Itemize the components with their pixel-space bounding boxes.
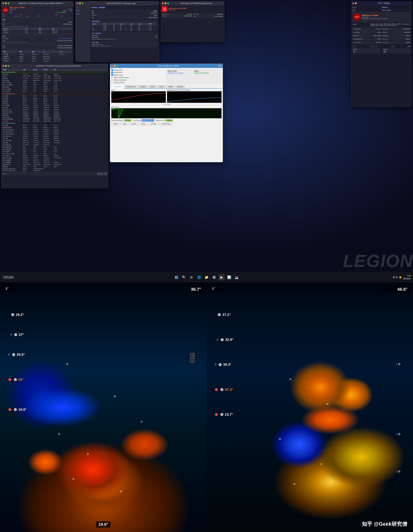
mid-crosshair-1: ⊕ <box>66 362 69 366</box>
sensor-row: L3 Cache814.9 MHz603.6 MHz1,200.0 MHz786… <box>2 120 108 122</box>
gpu-sensor-row: GPU SOC TOC 目标0.8%0.1%3.8%0.4% <box>2 153 108 155</box>
gpu-sensor-row: TGP 功耗6,624 W5,418 W18,725 W6,387 W <box>2 137 108 140</box>
mid-crosshair-2: ⊕ <box>114 395 116 398</box>
gpu-section-header: GPU [#/0] AMD Rad... <box>2 122 108 124</box>
right-mid-ch-1: ⊕ <box>289 377 292 381</box>
stress-gpu-check[interactable] <box>111 81 113 83</box>
amd-logo: RYZEN <box>3 7 8 13</box>
min-btn[interactable] <box>79 2 81 4</box>
gpu-sensor-row: GPU 画面帧率0.0 FPS18.0 GT/s16.0 GT/s0.2 FPS <box>2 161 108 163</box>
sensor-prev-btn[interactable]: ◀ <box>97 172 100 175</box>
sensor-row: APU PPT91,495 W9,332 W9,993 W83,218 W <box>2 114 108 116</box>
sensor-row: 最大 CPU 频率100.0%3.5%100.0%91.5% <box>2 82 108 84</box>
cpu-temp-chart: 100 0 <box>111 91 166 103</box>
edge-btn[interactable]: 🌐 <box>196 274 202 280</box>
min-btn[interactable] <box>5 2 7 4</box>
sensor-row: APU STAPM97,753 W13,571 W108,116 W89,493… <box>2 116 108 118</box>
start-button[interactable]: Start <box>111 122 119 125</box>
close-btn[interactable] <box>111 65 113 67</box>
weather-badge: 22°C 多云 <box>2 276 15 279</box>
close-btn[interactable] <box>352 2 354 4</box>
preferences-button[interactable]: Preferences <box>159 122 173 125</box>
stress-local-check[interactable] <box>111 79 113 81</box>
close-btn[interactable] <box>77 2 78 4</box>
stress-system-check[interactable] <box>111 76 113 78</box>
max-btn[interactable] <box>167 2 169 4</box>
cpuz-right-panel[interactable]: CPU-Z / 系统信息 日期 2/9/2022 时间 下午 7:43:10 R… <box>351 1 412 107</box>
desktop: LEGION HWiNFO64 v7.26-4800 @ LENOVO Legi… <box>0 0 413 282</box>
temp-marker-4: 🔴 42° <box>8 377 24 382</box>
tab-temperature[interactable]: Temperature <box>111 85 124 88</box>
hwinfo-cpu-section: RYZEN AMD Ryzen 7 6800H Rembrandt TOP45 … <box>2 6 73 18</box>
legion-watermark: LEGION <box>343 251 413 271</box>
aida-buttons: Start Stop Clear Save CPUID Preferences <box>111 122 221 125</box>
sensor-time: 0:33:35 <box>2 173 7 175</box>
aida-window[interactable]: System Stability Test - AIDA64 关闭 Stress… <box>110 64 223 162</box>
app2-btn[interactable]: 💻 <box>234 274 240 280</box>
sensor-config-btn[interactable]: ⚙ <box>104 172 107 175</box>
gpu-title: AMD Radeon RX 6700M (New22M) [Lemon] <box>170 2 223 4</box>
cores-value: 8 <box>354 51 379 53</box>
min-btn[interactable] <box>5 65 7 67</box>
svg-rect-11 <box>176 277 178 279</box>
gpu-sensor-row: GPU 核心功率 (Vo...6.121 W6.029 W1,458 W9.16… <box>2 129 108 131</box>
settings-btn[interactable]: ⚙️ <box>211 274 217 280</box>
zhihu-watermark: 知乎 @Geek研究僧 <box>362 521 407 528</box>
tab-voltages[interactable]: Voltages <box>138 85 147 88</box>
cpuz-panel-titlebar: CPU-Z / 系统信息 <box>351 1 412 5</box>
hwinfo-sensor-window[interactable]: HWiNFO64 v7.25-4800 @ Sensor Status (122… <box>1 64 108 188</box>
thermal-bg-left <box>0 282 206 532</box>
stress-cpu-check[interactable] <box>111 69 113 71</box>
right-side-marker-1: 1 ⊕ <box>396 362 401 366</box>
stress-gpu-row: Stress GPU(s) <box>111 81 164 83</box>
max-btn[interactable] <box>82 2 83 4</box>
min-btn[interactable] <box>114 65 116 67</box>
sensor-row: Infinity Fabric 频率1,068.8 MHz722.2 MHz1,… <box>2 118 108 120</box>
min-btn[interactable] <box>165 2 166 4</box>
lenovo-main: 内存信息 / 系统规格 模式四通道 频率5228.8 MHz 内存大小16 GB… <box>90 5 159 62</box>
radeon-logo: AMD <box>162 6 167 12</box>
gpu-window[interactable]: AMD Radeon RX 6700M (New22M) [Lemon] AMD… <box>161 1 224 42</box>
search-btn[interactable]: 🔍 <box>181 274 187 280</box>
max-btn[interactable] <box>8 2 9 4</box>
windows-start-btn[interactable] <box>173 274 179 280</box>
save-button[interactable]: Save <box>139 122 147 125</box>
close-btn[interactable] <box>162 2 164 4</box>
aida-close-btn[interactable]: 关闭 <box>218 65 221 67</box>
min-btn[interactable] <box>355 2 357 4</box>
validate-link[interactable]: 验证 <box>408 46 411 48</box>
stress-cache-check[interactable] <box>111 74 113 76</box>
tab-powers[interactable]: Powers <box>148 85 157 88</box>
lenovo-window[interactable]: LENOVO BIOS/UEFI Configuration Utility 主… <box>75 1 159 62</box>
cpu-model: AMD Ryzen 7 6800H <box>362 14 387 17</box>
close-btn[interactable] <box>2 65 4 67</box>
crosshair-1-icon <box>10 313 15 317</box>
task-view-btn[interactable]: ⧉ <box>188 274 194 280</box>
disk-row: CPU PPT SLOW Limit46.8%7.1%51.4%43.6% <box>2 168 108 170</box>
tab-clocks[interactable]: Clocks <box>157 85 166 88</box>
right-temp-marker-2: 2 32.9° <box>217 337 233 342</box>
cpuid-button[interactable]: CPUID <box>148 122 158 125</box>
crosshair-4-icon <box>13 377 18 382</box>
tab-unified[interactable]: Unified <box>166 85 175 88</box>
disk-row: 顶层超功耗全4,146.7 MHz4,166.4 MHz4,791.5 MHz4… <box>2 163 108 166</box>
tab-statistics[interactable]: Statistics <box>175 85 185 88</box>
max-btn[interactable] <box>8 65 9 67</box>
explorer-btn[interactable]: 📁 <box>203 274 210 280</box>
max-btn[interactable] <box>117 65 118 67</box>
clear-button[interactable]: Clear <box>129 122 138 125</box>
app1-btn[interactable]: 📊 <box>226 274 232 280</box>
tab-cooling[interactable]: Cooling Fans <box>124 85 138 88</box>
gpu-sensor-row: GPU 频率262.7 MHz21.2 MHz561.0 MHz327.9 MH… <box>2 142 108 144</box>
sensor-row: 核心功耗13,933 W8,008 W12,208 W8,900 W <box>2 107 108 109</box>
tool-link[interactable]: 工具 <box>391 46 394 48</box>
close-btn[interactable] <box>2 2 4 4</box>
stop-button[interactable]: Stop <box>120 122 129 125</box>
temp-marker-3: 3 26.6° <box>8 352 25 357</box>
terminal-btn[interactable]: ▶ <box>219 274 225 280</box>
codename: Rembrandt <box>362 17 387 18</box>
stress-fpu-check[interactable] <box>111 72 113 73</box>
stress-cpu-row: Stress CPU <box>111 69 164 71</box>
sensor-row: CPU 使用率41.4 x31.2 x46.5 x40.7 x <box>2 90 108 93</box>
sensor-next-btn[interactable]: ▶ <box>101 172 103 175</box>
